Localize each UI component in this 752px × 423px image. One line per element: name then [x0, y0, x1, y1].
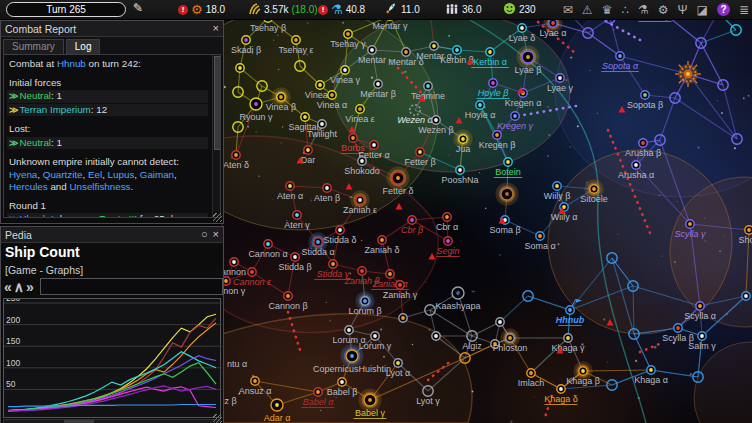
ship-count-chart[interactable]: 25020015010050 [3, 298, 221, 418]
close-icon[interactable]: × [213, 23, 219, 34]
pedia-titlebar[interactable]: Pedia ○ × [1, 227, 223, 243]
star-Mentar-δ[interactable] [402, 48, 410, 56]
star-Sagittan[interactable] [301, 113, 309, 121]
log-link[interactable]: Unselfishness [69, 181, 130, 192]
resource-alert-flask[interactable]: !⚗40.8 [318, 0, 365, 19]
resize-handle[interactable] [213, 414, 222, 423]
resource-happiness[interactable]: 230 [503, 0, 536, 19]
star-Segin[interactable] [444, 237, 452, 245]
star-node[interactable] [236, 64, 244, 72]
star-Cannon-α[interactable] [264, 240, 272, 248]
star-Zaniah-α[interactable] [386, 270, 394, 278]
star-Kregen-γ[interactable] [511, 112, 519, 120]
star-Dar[interactable] [304, 146, 312, 154]
star-Kaashyapa[interactable] [452, 287, 464, 299]
star-Vinea-δ[interactable] [316, 81, 324, 89]
chart-scrollbar[interactable] [3, 419, 221, 423]
star-Lorum-α[interactable] [345, 326, 353, 334]
flask-icon[interactable]: ⚗ [638, 3, 649, 17]
log-link[interactable]: Lupus [108, 169, 135, 180]
star-Cbr-α[interactable] [443, 213, 451, 221]
star-Scylla-α[interactable] [696, 302, 704, 310]
star-Stidda-β[interactable] [291, 253, 299, 261]
scrollbar-thumb[interactable] [214, 56, 221, 150]
star-Kregen-β[interactable] [493, 131, 501, 139]
star-Cannon-β[interactable] [284, 292, 292, 300]
star-PooshNa[interactable] [456, 166, 464, 174]
star-Botein[interactable] [504, 158, 512, 166]
star-Aten-δ[interactable] [232, 151, 240, 159]
tab-log[interactable]: Log [66, 39, 101, 54]
star-Kerbin-β[interactable] [453, 46, 461, 54]
resize-handle[interactable] [213, 213, 222, 222]
back-double-chevron-icon[interactable]: « [4, 280, 12, 294]
resource-alert-gear[interactable]: !⚙18.0 [178, 0, 225, 19]
star-Arusha-α[interactable] [632, 161, 640, 169]
tab-summary[interactable]: Summary [3, 39, 64, 54]
gear-icon[interactable]: ⚙ [658, 3, 669, 17]
star-Vinea-α[interactable] [328, 91, 336, 99]
star-Mentar-β[interactable] [374, 80, 382, 88]
tools-icon[interactable]: ✎ [133, 1, 143, 15]
star-Tegmine[interactable] [424, 82, 432, 90]
star-Cannon-ε[interactable] [248, 268, 256, 276]
star-Wezen-β[interactable] [432, 116, 440, 124]
star-Hoyle-α[interactable] [476, 101, 484, 109]
supernova-burst-icon[interactable] [675, 61, 701, 87]
crown-icon[interactable]: ♛ [602, 3, 613, 17]
combat-report-titlebar[interactable]: Combat Report × [1, 21, 223, 37]
up-chevron-icon[interactable]: ∧ [14, 280, 24, 294]
turn-button[interactable]: Turn 265 [6, 2, 126, 17]
star-Arusha-β[interactable] [639, 139, 647, 147]
star-Khaga-α[interactable] [647, 366, 655, 374]
star-Mentar-α[interactable] [430, 42, 438, 50]
star-Vinea-γ[interactable] [341, 66, 349, 74]
log-link[interactable]: Gaiman [140, 169, 174, 180]
star-Shog[interactable] [745, 226, 752, 234]
warning-icon[interactable]: ⚠ [582, 3, 593, 17]
pedia-search-input[interactable] [40, 278, 223, 295]
log-link[interactable]: Hercules [9, 181, 48, 192]
resource-population[interactable]: 36.0 [445, 0, 481, 19]
star-Zaniah-δ[interactable] [378, 236, 386, 244]
star-Lyot-α[interactable] [394, 359, 402, 367]
star-Adar-α[interactable] [271, 399, 283, 411]
star-Soma-α[interactable] [536, 232, 544, 240]
log-link[interactable]: Quartzite [43, 169, 83, 180]
star-Stidda-δ[interactable] [336, 226, 344, 234]
diplomacy-icon[interactable]: Ψ [678, 3, 688, 17]
log-link[interactable]: Hyena [9, 169, 37, 180]
star-Zaniah-β[interactable] [358, 267, 366, 275]
star-Aten-α[interactable] [286, 182, 294, 190]
star-Khaga-δ[interactable] [557, 385, 565, 393]
envelope-icon[interactable]: ✉ [563, 3, 573, 17]
resource-rocket[interactable]: 11.0 [385, 0, 420, 19]
star-Skadi-β[interactable] [242, 36, 250, 44]
star-Kerbin-α[interactable] [486, 48, 494, 56]
research-dots-icon[interactable]: ∴ [621, 3, 629, 17]
star-Aten-γ[interactable] [293, 211, 301, 219]
star-Twilight[interactable] [318, 120, 326, 128]
graph-icon[interactable]: ◪ [697, 3, 708, 17]
star-Wiily-β[interactable] [553, 182, 561, 190]
star-Imlach[interactable] [527, 369, 535, 377]
resource-claw[interactable]: 3.57k(18.0) [248, 0, 318, 19]
star-Tsehay-ε[interactable] [292, 36, 300, 44]
close-icon[interactable]: × [213, 229, 219, 240]
star-Sopota-α[interactable] [616, 52, 624, 60]
star-Tsehay-γ[interactable] [344, 30, 352, 38]
star-Fetter-α[interactable] [370, 141, 378, 149]
star-Babel-α[interactable] [314, 388, 322, 396]
star-Sopota-β[interactable] [641, 91, 649, 99]
star-Mentar[interactable] [368, 46, 376, 54]
circle-icon[interactable]: ○ [201, 229, 208, 240]
log-link[interactable]: Hhnub [57, 58, 86, 69]
star-Cbr-β[interactable] [408, 216, 416, 224]
star-Vinea-ε[interactable] [356, 105, 364, 113]
star-Cannon-δ[interactable] [230, 258, 238, 266]
star-Borbs[interactable] [349, 134, 357, 142]
star-Zaniah-γ[interactable] [396, 281, 404, 289]
star-node[interactable] [432, 332, 440, 340]
star-Lyae-δ[interactable] [518, 24, 526, 32]
star-Lyae-γ[interactable] [556, 74, 564, 82]
